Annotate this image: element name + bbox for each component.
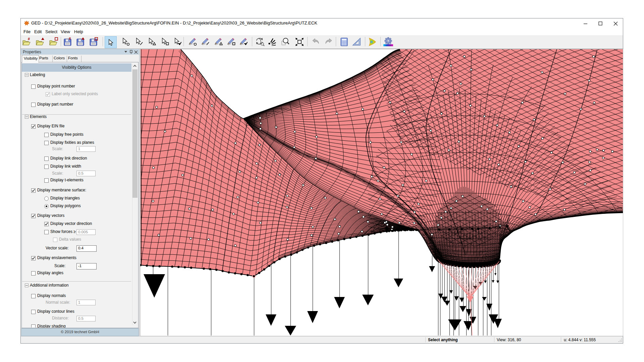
svg-text:#: # [69,37,71,41]
svg-text:#: # [28,37,30,41]
